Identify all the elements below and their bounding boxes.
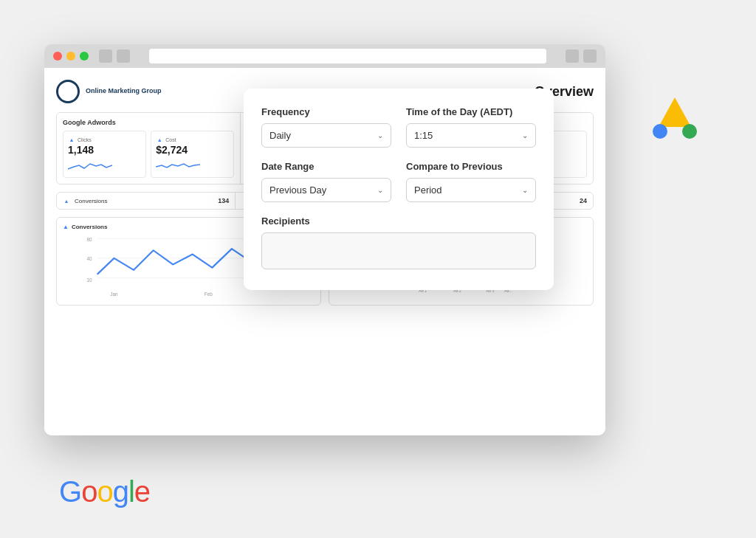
forward-button[interactable] <box>117 49 130 63</box>
google-letter-o2: o <box>97 475 112 508</box>
recipients-label: Recipients <box>261 215 536 227</box>
browser-controls <box>99 49 130 63</box>
frequency-value: Daily <box>269 130 291 141</box>
svg-text:Jan: Jan <box>110 292 118 297</box>
svg-text:40: 40 <box>86 256 92 261</box>
frequency-label: Frequency <box>261 106 391 117</box>
share-button[interactable] <box>566 49 579 63</box>
line-chart-icon: ▲ <box>63 224 69 230</box>
svg-text:80: 80 <box>86 237 92 242</box>
svg-point-28 <box>653 124 667 139</box>
time-label: Time of the Day (AEDT) <box>406 106 536 117</box>
date-range-select[interactable]: Previous Day ⌄ <box>261 178 391 202</box>
google-conv-value: 134 <box>218 197 229 204</box>
google-wordmark: Google <box>59 475 150 508</box>
settings-panel: Frequency Daily ⌄ Time of the Day (AEDT)… <box>244 89 554 290</box>
google-letter-e: e <box>134 475 150 508</box>
address-bar[interactable] <box>149 49 546 63</box>
compare-value: Period <box>414 184 442 196</box>
google-letter-o1: o <box>81 475 97 508</box>
google-letter-g2: g <box>113 475 128 508</box>
recipients-section: Recipients <box>261 215 536 272</box>
date-range-label: Date Range <box>261 161 391 172</box>
google-conv-label: Conversions <box>75 198 107 204</box>
google-conversions: ▲ Conversions 134 <box>57 193 236 209</box>
recipients-input[interactable] <box>261 232 536 269</box>
company-name: Online Marketing Group <box>86 87 162 96</box>
google-clicks-value: 1,148 <box>68 145 141 156</box>
google-cost-header: ▲ Cost <box>156 136 229 143</box>
time-chevron-icon: ⌄ <box>522 131 528 139</box>
browser-titlebar <box>44 44 605 68</box>
google-cost-label: Cost <box>165 137 176 142</box>
frequency-field: Frequency Daily ⌄ <box>261 106 391 148</box>
maximize-button[interactable] <box>80 52 89 61</box>
compare-label: Compare to Previous <box>406 161 536 172</box>
adwords-icon: ▲ <box>68 136 75 143</box>
compare-field: Compare to Previous Period ⌄ <box>406 161 536 202</box>
adwords-cost-icon: ▲ <box>156 136 163 143</box>
google-cost-sparkline <box>156 158 229 173</box>
time-field: Time of the Day (AEDT) 1:15 ⌄ <box>406 106 536 148</box>
bing-conv-value: 24 <box>580 197 587 204</box>
google-metrics: ▲ Clicks 1,148 <box>63 131 234 178</box>
frequency-chevron-icon: ⌄ <box>377 131 383 139</box>
company-logo <box>56 80 80 103</box>
date-compare-section: Date Range Previous Day ⌄ Compare to Pre… <box>261 161 536 202</box>
platform-google: Google Adwords ▲ Clicks 1,148 <box>57 113 241 184</box>
svg-point-29 <box>682 124 697 139</box>
close-button[interactable] <box>53 52 62 61</box>
time-value: 1:15 <box>414 130 433 141</box>
svg-text:10: 10 <box>86 277 92 283</box>
back-button[interactable] <box>99 49 112 63</box>
google-clicks-label: Clicks <box>78 137 92 142</box>
svg-text:Feb: Feb <box>205 292 213 297</box>
platform-google-label: Google Adwords <box>63 119 234 126</box>
google-conv-icon: ▲ <box>63 197 70 204</box>
logo-area: Online Marketing Group <box>56 80 162 103</box>
compare-chevron-icon: ⌄ <box>522 186 528 194</box>
compare-select[interactable]: Period ⌄ <box>406 178 536 202</box>
google-ads-logo <box>653 96 697 140</box>
settings-button[interactable] <box>583 49 597 63</box>
date-range-value: Previous Day <box>269 184 326 196</box>
google-letter-l: l <box>128 475 134 508</box>
google-clicks-sparkline <box>68 158 141 173</box>
google-letter-g: G <box>59 475 81 508</box>
time-select[interactable]: 1:15 ⌄ <box>406 123 536 148</box>
frequency-select[interactable]: Daily ⌄ <box>261 123 391 148</box>
svg-marker-27 <box>659 97 691 127</box>
google-cost-card: ▲ Cost $2,724 <box>151 131 234 178</box>
frequency-time-section: Frequency Daily ⌄ Time of the Day (AEDT)… <box>261 106 536 148</box>
google-cost-value: $2,724 <box>156 145 229 156</box>
date-range-field: Date Range Previous Day ⌄ <box>261 161 391 202</box>
minimize-button[interactable] <box>66 52 75 61</box>
google-clicks-card: ▲ Clicks 1,148 <box>63 131 146 178</box>
google-clicks-header: ▲ Clicks <box>68 136 141 143</box>
date-range-chevron-icon: ⌄ <box>377 186 383 194</box>
